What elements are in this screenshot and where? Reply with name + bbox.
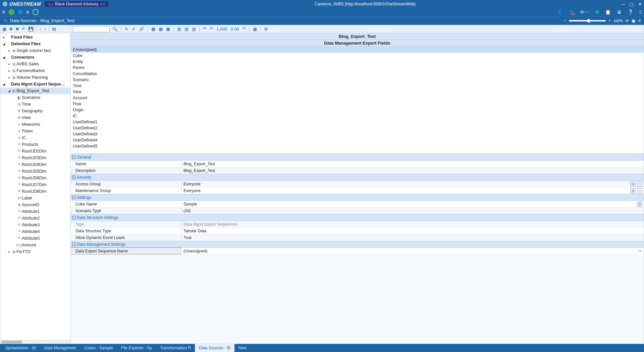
settings-grid-icon[interactable]: ⁝⁝	[639, 9, 642, 15]
tree-node[interactable]: ▸⊞AVBS Sales	[0, 61, 70, 67]
field-row[interactable]: UserDefined5	[71, 143, 644, 149]
property-group-header[interactable]: −General	[71, 154, 644, 161]
property-row[interactable]: NameBlog_Export_Test	[71, 161, 644, 167]
target-icon[interactable]: ◎	[637, 201, 642, 207]
field-row[interactable]: Flow	[71, 101, 644, 107]
zoom-slider[interactable]	[569, 20, 606, 21]
user-icon[interactable]: 👤	[557, 9, 562, 15]
field-row[interactable]: (Unassigned)	[71, 47, 644, 53]
caret-icon[interactable]: ◢	[2, 82, 6, 86]
caret-icon[interactable]: ▸	[7, 76, 11, 79]
grid2-icon[interactable]: ▦	[158, 26, 163, 32]
caret-icon[interactable]: ▸	[7, 62, 11, 66]
tree-node[interactable]: ◔Time	[0, 101, 70, 108]
status-green-icon[interactable]	[8, 9, 14, 15]
property-value[interactable]: Blog_Export_Test	[181, 161, 644, 167]
collapse-icon[interactable]: −	[72, 176, 75, 179]
field-row[interactable]: Time	[71, 83, 644, 89]
field-row[interactable]: IC	[71, 113, 644, 119]
save-icon[interactable]: 💾	[28, 26, 34, 32]
tree-node[interactable]: ◢⊞Blog_Export_Test	[0, 87, 70, 94]
property-value[interactable]: (All)	[181, 208, 644, 214]
tree-node[interactable]: ≡Measures	[0, 121, 70, 128]
search-input[interactable]	[73, 26, 110, 32]
caret-icon[interactable]: ▸	[7, 69, 11, 72]
close-icon[interactable]: ✕	[638, 2, 642, 7]
zoom-minus-icon[interactable]: −	[564, 18, 566, 23]
field-row[interactable]: UserDefined2	[71, 125, 644, 131]
popout-icon[interactable]: ▣	[632, 18, 635, 23]
property-row[interactable]: Cube NameSample◎	[71, 201, 644, 208]
property-group-header[interactable]: −Settings	[71, 194, 644, 201]
tree-node[interactable]: ⁷⁰RootUD7Dim	[0, 181, 70, 188]
status-circle-icon[interactable]	[33, 9, 39, 15]
caret-icon[interactable]: ◢	[7, 89, 11, 93]
fmt5-icon[interactable]: ⁰⁰	[242, 26, 247, 32]
edit-icon[interactable]: ✎	[124, 26, 129, 32]
collapse-icon[interactable]: −	[72, 156, 75, 159]
caret-icon[interactable]: ◢	[2, 42, 6, 46]
globe-icon[interactable]: 🌐	[18, 10, 23, 14]
dropdown-icon[interactable]: ▾	[639, 249, 641, 253]
property-row[interactable]: Allow Dynamic Excel LoadsTrue	[71, 234, 644, 241]
user-alert-icon[interactable]: 👤	[569, 9, 574, 15]
fmt3-icon[interactable]: 1,000	[216, 26, 228, 32]
field-row[interactable]: Origin	[71, 107, 644, 113]
field-list[interactable]: (Unassigned)CubeEntityParentConsolidatio…	[71, 47, 644, 154]
tree-node[interactable]: ³⁰Attribute3	[0, 222, 70, 228]
export-icon[interactable]: ▤	[52, 26, 56, 32]
tree-node[interactable]: ⁴⁰RootUD4Dim	[0, 161, 70, 168]
new-item-icon[interactable]: ▦	[2, 26, 6, 32]
close-tab-icon[interactable]: ✕	[638, 18, 641, 23]
property-group-header[interactable]: −Security	[71, 174, 644, 181]
caret-icon[interactable]: ▸	[7, 49, 11, 52]
tree-node[interactable]: ▸⊞Single column fact	[0, 47, 70, 54]
field-row[interactable]: UserDefined3	[71, 131, 644, 137]
property-value[interactable]: (Unassigned)▾	[181, 248, 644, 254]
bottom-tab[interactable]: Data Managemen	[40, 344, 80, 352]
tree-node[interactable]: ³⁰RootUD3Dim	[0, 155, 70, 161]
table-icon[interactable]: ▦	[252, 26, 258, 32]
field-row[interactable]: UserDefined4	[71, 137, 644, 143]
tree[interactable]: ▸Fixed Files◢Delimited Files▸⊞Single col…	[0, 33, 70, 340]
tree-node[interactable]: ⁵⁰RootUD5Dim	[0, 168, 70, 175]
tree-node[interactable]: 👁View	[0, 114, 70, 121]
fmt4-icon[interactable]: 0.00	[230, 26, 240, 32]
property-value[interactable]: Everyone◎⋯	[181, 181, 644, 187]
property-group-header[interactable]: −Data Structure Settings	[71, 214, 644, 221]
tree-node[interactable]: ⁵⁰Attribute5	[0, 235, 70, 242]
tree-node[interactable]: ▸⊞FixYTD	[0, 248, 70, 255]
add-icon[interactable]: ✚	[9, 26, 13, 32]
bottom-tab[interactable]: Data Sources - Bl	[195, 344, 234, 352]
help-icon[interactable]: ❔	[628, 9, 633, 15]
monitor-icon[interactable]: 🖥	[617, 9, 622, 15]
property-value[interactable]: Everyone◎⋯	[181, 187, 644, 194]
property-row[interactable]: Data Export Sequence Name(Unassigned)▾	[71, 248, 644, 254]
field-row[interactable]: Parent	[71, 65, 644, 71]
tree-node[interactable]: ◢Delimited Files	[0, 41, 70, 47]
property-row[interactable]: TypeData Mgmt Export Sequences	[71, 221, 644, 228]
property-group-header[interactable]: −Data Management Settings	[71, 241, 644, 248]
tree-node[interactable]: ◢Data Mgmt Export Seque…	[0, 81, 70, 87]
find-icon[interactable]: 🔍	[112, 26, 118, 32]
wand-icon[interactable]: ✐	[131, 26, 136, 32]
tree-node[interactable]: 🏷Label	[0, 195, 70, 201]
fmt2-icon[interactable]: ⁰⁰	[209, 26, 214, 32]
tree-node[interactable]: ⊕SourceID	[0, 201, 70, 208]
tree-node[interactable]: ◢Connectors	[0, 54, 70, 61]
bottom-tab[interactable]: Transformation R	[156, 344, 195, 352]
field-row[interactable]: Entity	[71, 59, 644, 65]
property-row[interactable]: DescriptionBlog_Export_Test	[71, 167, 644, 174]
property-value[interactable]: Blog_Export_Test	[181, 167, 644, 174]
col2-icon[interactable]: ▥	[184, 26, 189, 32]
bottom-tab[interactable]: New	[234, 344, 251, 352]
property-value[interactable]: True	[181, 234, 644, 241]
maximize-icon[interactable]: ▢	[630, 2, 634, 7]
property-row[interactable]: Maintenance GroupEveryone◎⋯	[71, 187, 644, 194]
refresh-icon[interactable]: ⟲	[595, 9, 599, 15]
bottom-tab[interactable]: File Explorer - Ap	[117, 344, 156, 352]
tree-node[interactable]: ²⁰RootUD2Dim	[0, 148, 70, 155]
minimize-icon[interactable]: ─	[622, 2, 625, 7]
refresh-tab-icon[interactable]: ⟳	[626, 18, 629, 23]
col1-icon[interactable]: ▥	[176, 26, 182, 32]
